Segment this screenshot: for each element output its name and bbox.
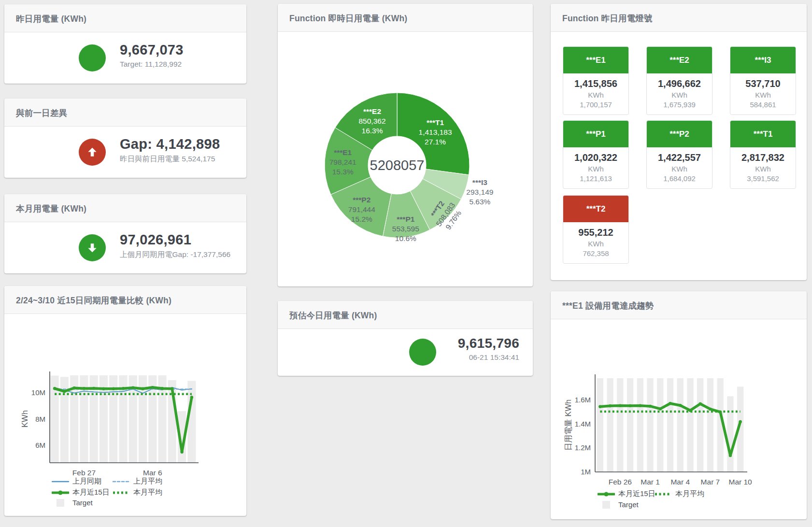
tile-label: ***E2 <box>647 47 712 73</box>
tile-unit: KWh <box>731 165 795 173</box>
tile-unit: KWh <box>564 165 627 173</box>
target-bar <box>597 378 603 472</box>
series-marker <box>141 387 144 390</box>
series-marker <box>669 402 671 405</box>
trend-chart: 1M1.2M1.4M1.6MFeb 26Mar 1Mar 4Mar 7Mar 1… <box>551 319 807 519</box>
kpi-subtitle: Target: 11,128,992 <box>120 60 184 69</box>
status-tile: ***T12,817,832KWh3,591,562 <box>730 120 796 189</box>
tile-label: ***P2 <box>647 121 712 147</box>
tile-value: 1,422,557 <box>648 152 711 163</box>
series-marker <box>131 386 134 389</box>
legend-swatch-icon <box>52 478 69 485</box>
series-marker <box>619 404 622 407</box>
series-marker <box>639 404 641 407</box>
legend-swatch-icon <box>598 501 615 509</box>
card-realtime-donut: Function 即時日用電量 (KWh) ***T11,413,18327.1… <box>278 4 533 286</box>
target-bar <box>617 378 623 472</box>
status-circle-icon <box>409 339 436 366</box>
comparison-chart: 6M8M10MFeb 27Mar 6KWh上月同期上月平均本月近15日本月平均T… <box>4 314 246 516</box>
legend-label: 本月近15日 <box>72 488 110 497</box>
target-bar <box>707 378 713 472</box>
tile-value: 1,415,856 <box>564 78 627 89</box>
tile-unit: KWh <box>564 240 627 248</box>
tile-value: 955,212 <box>564 227 627 238</box>
card-yesterday-usage: 昨日用電量 (KWh) 9,667,073 Target: 11,128,992 <box>4 4 246 84</box>
y-tick-label: 1.2M <box>575 443 591 452</box>
card-title: 本月用電量 (KWh) <box>4 194 246 222</box>
y-tick-label: 1M <box>581 468 591 476</box>
kpi-subtitle: 上個月同期用電Gap: -17,377,566 <box>120 250 230 260</box>
target-bar <box>657 378 663 472</box>
target-bar <box>667 378 673 472</box>
x-tick-label: Mar 7 <box>701 478 720 486</box>
series-marker <box>122 387 125 390</box>
tile-value: 1,496,662 <box>648 78 711 89</box>
legend-swatch-icon <box>52 499 69 507</box>
y-tick-label: 8M <box>35 415 45 423</box>
series-marker <box>739 420 741 423</box>
tile-label: ***T2 <box>563 196 628 222</box>
tile-target: 1,700,157 <box>564 100 627 109</box>
legend-item[interactable]: 上月平均 <box>113 477 162 486</box>
tile-label: ***I3 <box>730 47 796 73</box>
tile-value: 1,020,322 <box>564 152 627 163</box>
legend-swatch-icon <box>113 478 130 485</box>
tile-unit: KWh <box>731 91 795 99</box>
card-title: Function 昨日用電燈號 <box>551 4 807 32</box>
tile-label: ***T1 <box>730 121 796 147</box>
x-tick-label: Feb 26 <box>609 478 632 486</box>
x-tick-label: Mar 10 <box>729 478 753 486</box>
legend-row: 本月近15日本月平均 <box>4 488 246 498</box>
status-tile: ***P11,020,322KWh1,121,613 <box>563 120 629 189</box>
target-bar <box>687 378 693 472</box>
card-estimated-today: 預估今日用電量 (KWh) 9,615,796 06-21 15:34:41 <box>278 301 533 376</box>
y-axis-title: 日用電量 KWh <box>564 399 572 451</box>
card-e1-trend-chart: ***E1 設備用電達成趨勢 1M1.2M1.4M1.6MFeb 26Mar 1… <box>551 291 807 519</box>
legend-label: 本月近15日 <box>618 489 655 499</box>
legend-label: Target <box>72 499 93 507</box>
kpi-value: 97,026,961 <box>120 232 230 248</box>
series-marker <box>190 396 193 399</box>
series-marker <box>92 387 95 390</box>
series-marker <box>609 404 612 407</box>
legend-item[interactable]: 本月近15日 <box>598 489 655 499</box>
legend-swatch-icon <box>52 489 69 497</box>
tile-value: 537,710 <box>731 78 795 89</box>
legend-item[interactable]: Target <box>52 499 93 507</box>
series-marker <box>63 390 66 393</box>
tile-target: 584,861 <box>731 100 795 109</box>
tile-target: 1,121,613 <box>564 174 627 183</box>
status-tile: ***T2955,212KWh762,358 <box>563 195 629 264</box>
kpi-value: 9,615,796 <box>458 336 519 351</box>
series-marker <box>689 409 692 412</box>
x-tick-label: Mar 6 <box>143 469 162 477</box>
target-bar <box>727 396 733 472</box>
series-marker <box>102 387 105 390</box>
legend-item[interactable]: 本月近15日 <box>52 488 110 497</box>
legend-item[interactable]: 本月平均 <box>655 489 704 499</box>
y-tick-label: 10M <box>31 388 45 397</box>
tile-target: 3,591,562 <box>731 174 795 183</box>
card-title: 2/24~3/10 近15日同期用電量比較 (KWh) <box>4 286 246 314</box>
legend-label: 本月平均 <box>675 489 704 499</box>
tile-target: 1,684,092 <box>648 174 711 183</box>
series-marker <box>83 387 85 390</box>
legend-label: Target <box>618 500 639 509</box>
x-tick-label: Mar 1 <box>641 478 660 486</box>
card-title: 昨日用電量 (KWh) <box>4 4 246 32</box>
status-tile: ***P21,422,557KWh1,684,092 <box>646 120 712 189</box>
legend-item[interactable]: 上月同期 <box>52 477 101 486</box>
series-marker <box>709 408 712 411</box>
series-marker <box>72 386 75 389</box>
tile-label: ***P1 <box>563 121 628 147</box>
legend-item[interactable]: Target <box>598 500 639 509</box>
card-title: 與前一日差異 <box>4 99 246 127</box>
series-marker <box>112 387 115 390</box>
legend-item[interactable]: 本月平均 <box>113 488 162 497</box>
target-bar <box>697 378 703 472</box>
tile-unit: KWh <box>648 91 711 99</box>
legend-row: Target <box>4 499 246 508</box>
tile-unit: KWh <box>564 91 627 99</box>
y-axis-title: KWh <box>20 410 29 427</box>
status-tile: ***I3537,710KWh584,861 <box>730 46 796 115</box>
